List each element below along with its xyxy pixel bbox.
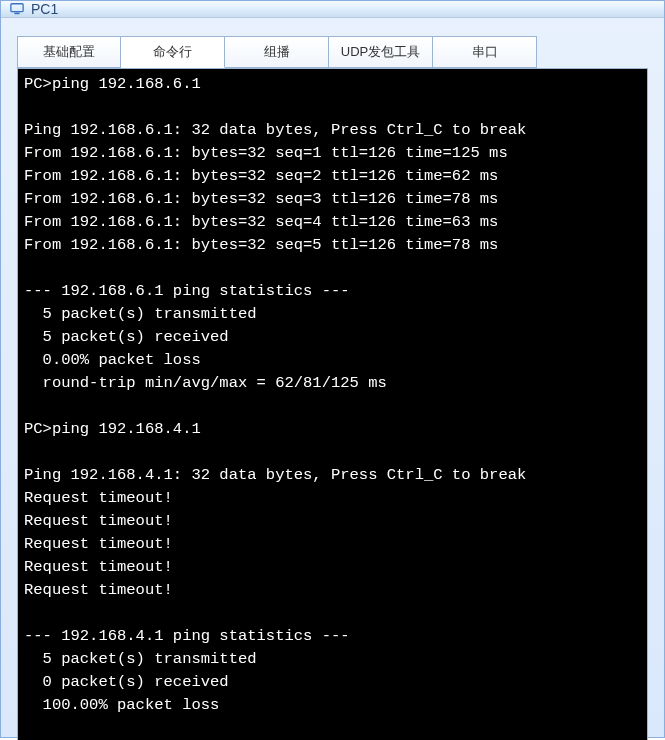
titlebar[interactable]: PC1 xyxy=(1,1,664,18)
tab-udp-tool[interactable]: UDP发包工具 xyxy=(329,36,433,68)
tab-label: 组播 xyxy=(264,44,290,59)
terminal-frame: PC>ping 192.168.6.1 Ping 192.168.6.1: 32… xyxy=(17,68,648,740)
window-title: PC1 xyxy=(31,1,58,17)
terminal[interactable]: PC>ping 192.168.6.1 Ping 192.168.6.1: 32… xyxy=(18,69,647,740)
svg-rect-0 xyxy=(11,4,23,12)
tab-label: 命令行 xyxy=(153,44,192,59)
tab-basic-config[interactable]: 基础配置 xyxy=(17,36,121,68)
tab-serial[interactable]: 串口 xyxy=(433,36,537,68)
content-area: 基础配置 命令行 组播 UDP发包工具 串口 PC>ping 192.168.6… xyxy=(1,18,664,740)
svg-rect-1 xyxy=(14,13,19,15)
tab-bar: 基础配置 命令行 组播 UDP发包工具 串口 xyxy=(17,36,648,68)
tab-label: UDP发包工具 xyxy=(341,44,420,59)
tab-command-line[interactable]: 命令行 xyxy=(121,36,225,68)
tab-multicast[interactable]: 组播 xyxy=(225,36,329,68)
app-window: PC1 基础配置 命令行 组播 UDP发包工具 串口 PC>ping 192.1… xyxy=(0,0,665,738)
tab-label: 基础配置 xyxy=(43,44,95,59)
pc-icon xyxy=(9,1,25,17)
tab-label: 串口 xyxy=(472,44,498,59)
